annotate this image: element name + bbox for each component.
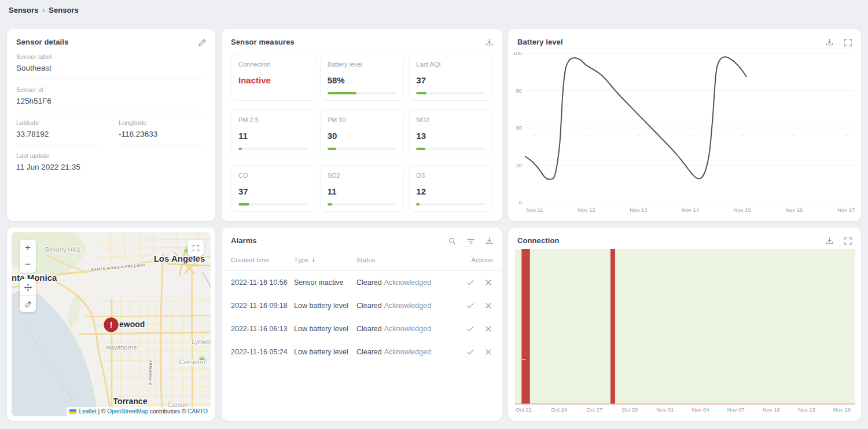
carto-link[interactable]: CARTO [187,408,208,415]
alarm-type: Low battery level [294,302,356,310]
zoom-out-button[interactable]: − [20,256,36,273]
breadcrumb: Sensors › Sensors [9,6,79,14]
sensor-details-card: Sensor details Sensor label Southeast Se… [7,29,215,221]
pan-tool-button[interactable] [20,279,36,295]
alarm-actions [456,301,493,310]
edit-pencil-icon[interactable] [197,38,207,47]
measure-progress [416,92,486,94]
svg-text:Nov 14: Nov 14 [682,207,699,213]
svg-text:0: 0 [519,199,522,206]
table-row[interactable]: 2022-11-16 06:13 Low battery level Clear… [222,317,502,340]
detail-field-value: Southeast [16,64,206,79]
map-fullscreen-button[interactable] [187,240,204,256]
column-created-time[interactable]: Created time [231,256,294,263]
dismiss-x-icon[interactable] [484,347,493,357]
measure-tile: PM 2.5 11 [231,109,315,156]
measure-label: SO2 [328,172,397,179]
acknowledge-check-icon[interactable] [466,301,475,310]
measure-label: Battery level [328,61,397,68]
svg-text:60: 60 [516,124,522,131]
leaflet-link[interactable]: Leaflet [79,408,97,415]
measure-tile: Last AQI 37 [409,54,493,101]
svg-text:Nov 04: Nov 04 [692,406,709,413]
download-icon[interactable] [484,38,494,47]
osm-link[interactable]: OpenStreetMap [107,408,148,415]
breadcrumb-item-current: Sensors [49,6,78,14]
fullscreen-icon[interactable] [843,38,853,47]
map-canvas: Beverly HillsLos Angelesnta MonicaSANTA … [12,232,211,416]
eraser-tool-button[interactable] [20,295,36,312]
svg-text:Nov 12: Nov 12 [578,207,595,213]
svg-text:Nov 13: Nov 13 [630,207,647,213]
map-tools-control [20,279,36,312]
detail-field-value: 33.78192 [16,130,104,145]
measure-progress [328,148,397,150]
dismiss-x-icon[interactable] [484,301,493,310]
alarm-status: ClearedAcknowledged [356,278,456,287]
battery-level-card: Battery level 1008060200Nov 11Nov 12Nov … [508,29,861,221]
dismiss-x-icon[interactable] [484,278,493,287]
measure-label: Last AQI [416,61,486,68]
detail-field: Latitude 33.78192 [16,119,104,145]
download-icon[interactable] [484,236,494,246]
table-row[interactable]: 2022-11-16 09:18 Low battery level Clear… [222,294,502,317]
svg-text:Nov 01: Nov 01 [656,406,674,413]
table-row[interactable]: 2022-11-16 10:56 Sensor inactive Cleared… [222,271,502,294]
svg-text:Lynwoo: Lynwoo [192,338,211,345]
svg-text:Nov 10: Nov 10 [763,406,780,413]
detail-field-label: Last update [16,152,206,159]
dismiss-x-icon[interactable] [484,324,493,333]
measure-tile: Battery level 58% [320,54,404,101]
measure-tile: SO2 11 [320,165,404,212]
measure-progress-fill [328,92,356,94]
svg-text:Oct 27: Oct 27 [586,406,602,413]
measure-value: 37 [238,186,308,196]
alarm-status-acknowledged: Acknowledged [384,302,431,310]
search-icon[interactable] [447,236,457,246]
download-icon[interactable] [825,38,834,47]
acknowledge-check-icon[interactable] [466,324,475,333]
connection-status-chart: Oct 21Oct 24Oct 27Oct 30Nov 01Nov 04Nov … [508,245,861,421]
measure-tiles: Connection Inactive Battery level 58% La… [222,47,502,212]
map[interactable]: Beverly HillsLos Angelesnta MonicaSANTA … [12,232,211,416]
svg-text:ewood: ewood [119,320,145,329]
alarm-status-acknowledged: Acknowledged [384,325,431,333]
svg-text:Hawthorne: Hawthorne [106,344,137,351]
alarm-actions [456,278,493,287]
measure-label: PM 10 [328,116,397,123]
svg-text:Nov 15: Nov 15 [734,207,751,213]
connection-chart-title: Connection [517,236,560,245]
alarm-created-time: 2022-11-16 10:56 [231,278,294,287]
measure-progress [416,203,486,206]
acknowledge-check-icon[interactable] [466,278,475,287]
measure-label: PM 2.5 [238,116,308,123]
detail-field-value: -118.23633 [119,130,206,145]
alert-marker[interactable]: ! [104,318,119,332]
table-row[interactable]: 2022-11-16 05:24 Low battery level Clear… [222,340,502,364]
sensor-details-fields: Sensor label Southeast Sensor id 125h51F… [7,47,215,185]
measure-progress-fill [238,203,249,206]
column-status[interactable]: Status [356,256,456,263]
measure-tile: CO 37 [231,165,315,212]
column-type[interactable]: Type [294,256,356,263]
map-card: Beverly HillsLos Angelesnta MonicaSANTA … [7,228,215,421]
acknowledge-check-icon[interactable] [466,347,475,357]
column-actions: Actions [456,256,493,263]
breadcrumb-item-sensors[interactable]: Sensors [9,6,38,14]
svg-text:Nov 16: Nov 16 [785,207,803,213]
zoom-in-button[interactable]: + [20,240,36,256]
alarm-status-cleared: Cleared [356,278,382,287]
svg-text:Nov 13: Nov 13 [798,406,815,413]
detail-field: Last update 11 Jun 2022 21:35 [16,152,206,178]
sort-desc-arrow-icon[interactable] [310,256,317,263]
detail-field-value: 11 Jun 2022 21:35 [16,163,206,178]
alarm-status-cleared: Cleared [356,325,382,333]
measure-value: 11 [238,131,308,141]
sensor-measures-title: Sensor measures [231,38,295,46]
svg-text:80: 80 [516,87,522,94]
measure-value: 11 [328,186,397,196]
filter-icon[interactable] [466,236,476,246]
detail-field-label: Sensor id [16,86,206,93]
alarm-status: ClearedAcknowledged [356,348,456,356]
svg-text:Oct 21: Oct 21 [516,406,532,413]
